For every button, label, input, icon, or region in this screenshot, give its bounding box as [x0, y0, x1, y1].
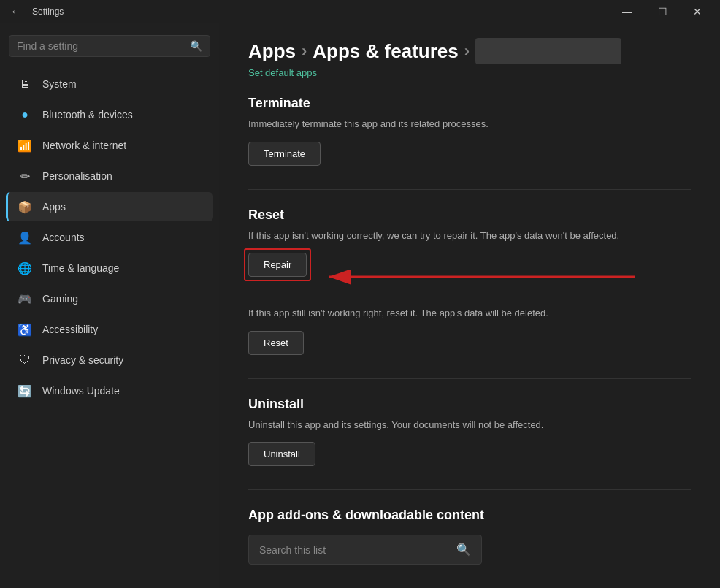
reset-section: Reset If this app isn't working correctl…	[248, 207, 691, 355]
sidebar-item-privacy[interactable]: 🛡 Privacy & security	[6, 345, 213, 375]
sidebar-label-system: System	[42, 78, 77, 90]
terminate-description: Immediately terminate this app and its r…	[248, 117, 691, 131]
breadcrumb-sep1: ›	[302, 42, 307, 61]
accessibility-icon: ♿	[18, 322, 32, 337]
sidebar-item-apps[interactable]: 📦 Apps	[6, 192, 213, 221]
arrow-annotation	[307, 259, 650, 295]
terminate-section: Terminate Immediately terminate this app…	[248, 96, 691, 166]
repair-description: If this app isn't working correctly, we …	[248, 229, 691, 243]
bluetooth-icon: ●	[18, 107, 32, 122]
network-icon: 📶	[18, 138, 32, 153]
divider-3	[248, 489, 691, 490]
breadcrumb-sep2: ›	[464, 42, 470, 61]
search-list-icon: 🔍	[456, 543, 471, 557]
gaming-icon: 🎮	[18, 291, 32, 306]
sidebar-label-gaming: Gaming	[42, 293, 78, 305]
sidebar-label-accessibility: Accessibility	[42, 324, 98, 335]
minimize-button[interactable]: —	[610, 0, 644, 23]
breadcrumb-app-name	[475, 38, 621, 64]
sidebar-item-network[interactable]: 📶 Network & internet	[6, 131, 213, 160]
divider-1	[248, 189, 691, 190]
sidebar-label-privacy: Privacy & security	[42, 354, 123, 366]
sidebar-label-update: Windows Update	[42, 385, 120, 397]
reset-title: Reset	[248, 207, 691, 223]
uninstall-button[interactable]: Uninstall	[248, 442, 315, 466]
maximize-button[interactable]: ☐	[646, 0, 679, 23]
addons-section: App add-ons & downloadable content 🔍	[248, 508, 691, 565]
title-bar-controls: — ☐ ✕	[610, 0, 714, 23]
update-icon: 🔄	[18, 383, 32, 398]
accounts-icon: 👤	[18, 230, 32, 245]
uninstall-title: Uninstall	[248, 397, 691, 412]
breadcrumb-features[interactable]: Apps & features	[313, 40, 458, 63]
sidebar-item-personalisation[interactable]: ✏ Personalisation	[6, 161, 213, 191]
uninstall-section: Uninstall Uninstall this app and its set…	[248, 397, 691, 467]
window-title: Settings	[32, 7, 64, 17]
sidebar-item-system[interactable]: 🖥 System	[6, 69, 213, 99]
divider-2	[248, 378, 691, 379]
sidebar-item-gaming[interactable]: 🎮 Gaming	[6, 284, 213, 313]
terminate-title: Terminate	[248, 96, 691, 111]
sidebar-label-time: Time & language	[42, 262, 119, 274]
sidebar-label-bluetooth: Bluetooth & devices	[42, 109, 133, 121]
search-box[interactable]: 🔍	[9, 35, 210, 57]
reset-button[interactable]: Reset	[248, 331, 304, 355]
breadcrumb-apps[interactable]: Apps	[248, 40, 296, 63]
app-container: 🔍 🖥 System ● Bluetooth & devices 📶 Netwo…	[0, 23, 720, 588]
uninstall-description: Uninstall this app and its settings. You…	[248, 418, 691, 432]
search-list-box[interactable]: 🔍	[248, 535, 482, 565]
sidebar-item-update[interactable]: 🔄 Windows Update	[6, 376, 213, 405]
set-default-link[interactable]: Set default apps	[248, 67, 691, 78]
reset-description: If this app still isn't working right, r…	[248, 306, 691, 321]
apps-icon: 📦	[18, 199, 32, 214]
privacy-icon: 🛡	[18, 353, 32, 367]
addons-title: App add-ons & downloadable content	[248, 508, 691, 523]
repair-button-wrapper: Repair	[248, 253, 307, 277]
search-input[interactable]	[17, 40, 184, 52]
time-icon: 🌐	[18, 261, 32, 275]
title-bar-left: ← Settings	[6, 5, 64, 18]
search-list-input[interactable]	[259, 544, 451, 556]
back-icon[interactable]: ←	[6, 5, 26, 18]
sidebar-label-network: Network & internet	[42, 140, 126, 151]
close-button[interactable]: ✕	[681, 0, 714, 23]
terminate-button[interactable]: Terminate	[248, 142, 321, 166]
sidebar-label-accounts: Accounts	[42, 232, 85, 243]
title-bar: ← Settings — ☐ ✕	[0, 0, 720, 23]
sidebar-item-accessibility[interactable]: ♿ Accessibility	[6, 315, 213, 344]
search-icon: 🔍	[190, 40, 202, 52]
breadcrumb: Apps › Apps & features ›	[248, 38, 691, 64]
repair-button[interactable]: Repair	[248, 253, 307, 277]
sidebar-label-personalisation: Personalisation	[42, 170, 112, 182]
system-icon: 🖥	[18, 77, 32, 91]
sidebar-item-accounts[interactable]: 👤 Accounts	[6, 223, 213, 252]
sidebar: 🔍 🖥 System ● Bluetooth & devices 📶 Netwo…	[0, 23, 219, 588]
sidebar-label-apps: Apps	[42, 201, 66, 213]
main-content: Apps › Apps & features › Set default app…	[219, 23, 720, 588]
personalisation-icon: ✏	[18, 169, 32, 183]
sidebar-item-time[interactable]: 🌐 Time & language	[6, 253, 213, 283]
sidebar-item-bluetooth[interactable]: ● Bluetooth & devices	[6, 100, 213, 129]
